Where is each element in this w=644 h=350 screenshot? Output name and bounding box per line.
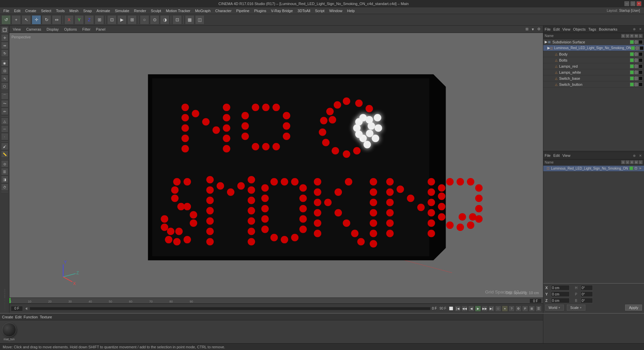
- coord-z-input[interactable]: [551, 298, 570, 303]
- toolbar-rotate[interactable]: ↻: [42, 15, 51, 25]
- tool-polygon[interactable]: △: [1, 117, 8, 125]
- vp-expand-icon[interactable]: ⊞: [524, 27, 529, 32]
- tool-rect-selection[interactable]: ⊡: [1, 67, 8, 74]
- menu-pipeline[interactable]: Pipeline: [234, 8, 251, 13]
- menu-character[interactable]: Character: [213, 8, 233, 13]
- toolbar-axis-x[interactable]: X: [64, 15, 74, 25]
- current-frame-input[interactable]: [529, 299, 542, 303]
- toolbar-axis-z[interactable]: Z: [85, 15, 94, 25]
- tool-point[interactable]: ·: [1, 133, 8, 140]
- obj-tab-tags[interactable]: Tags: [588, 27, 596, 31]
- tool-scene[interactable]: ⊙: [1, 160, 8, 168]
- menu-vray[interactable]: V-Ray Bridge: [269, 8, 295, 13]
- attr-icon-add[interactable]: ⊕: [632, 153, 637, 158]
- toolbar-render-region[interactable]: ⊡: [107, 15, 117, 25]
- menu-tools[interactable]: Tools: [54, 8, 67, 13]
- menu-snap[interactable]: Snap: [81, 8, 94, 13]
- menu-plugins[interactable]: Plugins: [252, 8, 268, 13]
- menu-mograph[interactable]: MoGraph: [193, 8, 213, 13]
- toolbar-move[interactable]: ✛: [32, 15, 41, 25]
- coord-b-input[interactable]: [581, 298, 593, 303]
- toolbar-select[interactable]: ↖: [22, 15, 31, 25]
- loop-btn[interactable]: ?: [509, 306, 515, 312]
- close-button[interactable]: ✕: [637, 1, 641, 6]
- coord-h-input[interactable]: [581, 285, 593, 290]
- tool-move[interactable]: ✛: [1, 34, 8, 41]
- mat-tab-function[interactable]: Function: [24, 315, 38, 319]
- tool-paint[interactable]: 🖌: [1, 143, 8, 150]
- apply-button[interactable]: Apply: [625, 305, 642, 311]
- obj-switch-base[interactable]: △ Switch_base: [543, 75, 644, 81]
- playback-settings[interactable]: ⚙: [515, 306, 521, 312]
- toolbar-add[interactable]: +: [11, 15, 21, 25]
- menu-3dtoall[interactable]: 3DToAll: [295, 8, 312, 13]
- scale-dropdown[interactable]: Scale ▼: [567, 305, 585, 311]
- vp-tab-display[interactable]: Display: [44, 27, 61, 32]
- menu-motiontracker[interactable]: Motion Tracker: [164, 8, 192, 13]
- obj-tab-bookmarks[interactable]: Bookmarks: [599, 27, 617, 31]
- record-btn[interactable]: ⊙: [495, 306, 501, 312]
- vp-tab-panel[interactable]: Panel: [94, 27, 107, 32]
- attr-tab-view[interactable]: View: [562, 153, 571, 158]
- obj-tab-file[interactable]: File: [545, 27, 551, 31]
- obj-bolts[interactable]: △ Bolts: [543, 57, 644, 63]
- obj-lamps-red[interactable]: △ Lamps_red: [543, 63, 644, 69]
- toolbar-scene[interactable]: ⊙: [150, 15, 159, 25]
- timeline-mode[interactable]: P: [522, 306, 528, 312]
- toolbar-material[interactable]: ◫: [195, 15, 204, 25]
- tool-edge[interactable]: ─: [1, 125, 8, 133]
- tool-spline[interactable]: 〜: [1, 100, 8, 107]
- menu-animate[interactable]: Animate: [95, 8, 112, 13]
- tool-lasso[interactable]: ∿: [1, 75, 8, 82]
- attr-selected-obj[interactable]: ◫ Luminous_Red_LED_Light_Sign_No_Smoking…: [543, 166, 644, 172]
- menu-edit[interactable]: Edit: [12, 8, 23, 13]
- world-dropdown[interactable]: World ▼: [545, 305, 564, 311]
- tool-pen[interactable]: ✏: [1, 108, 8, 115]
- coord-p-input[interactable]: [581, 291, 593, 297]
- vp-tab-filter[interactable]: Filter: [80, 27, 92, 32]
- obj-switch-button[interactable]: △ Switch_button: [543, 81, 644, 88]
- play-forward-btn[interactable]: ▶: [475, 306, 481, 312]
- attr-tab-file[interactable]: File: [545, 153, 551, 158]
- coord-x-input[interactable]: [551, 285, 570, 290]
- menu-script[interactable]: Script: [313, 8, 326, 13]
- tool-scale[interactable]: ⇔: [1, 42, 8, 49]
- tool-curve[interactable]: ⌒: [1, 92, 8, 100]
- toolbar-tex-tag[interactable]: ▦: [185, 15, 194, 25]
- attr-icon-close[interactable]: ✕: [638, 153, 643, 158]
- toolbar-render-to[interactable]: ⊞: [127, 15, 137, 25]
- menu-render[interactable]: Render: [132, 8, 148, 13]
- obj-tab-edit[interactable]: Edit: [553, 27, 560, 31]
- timeline-list[interactable]: ☰: [536, 306, 542, 312]
- timeline-track[interactable]: [30, 307, 430, 310]
- obj-icon-add[interactable]: ⊕: [632, 27, 637, 32]
- obj-icon-close[interactable]: ✕: [638, 27, 643, 32]
- skip-to-end-btn[interactable]: ▶|: [488, 306, 494, 312]
- menu-sculpt[interactable]: Sculpt: [149, 8, 163, 13]
- menu-select[interactable]: Select: [39, 8, 54, 13]
- tool-measure[interactable]: 📏: [1, 150, 8, 158]
- timeline-extra[interactable]: ⊞: [529, 306, 535, 312]
- step-back-btn[interactable]: ◀◀: [461, 306, 468, 312]
- mat-tab-texture[interactable]: Texture: [40, 315, 52, 319]
- toolbar-light[interactable]: ◑: [160, 15, 169, 25]
- menu-mesh[interactable]: Mesh: [67, 8, 80, 13]
- toolbar-render[interactable]: ▶: [117, 15, 127, 25]
- vp-tab-cameras[interactable]: Cameras: [24, 27, 43, 32]
- step-forward-slow[interactable]: ◀: [468, 306, 474, 312]
- obj-subdivision-surface[interactable]: ▶ ⊞ Subdivision Surface: [543, 39, 644, 45]
- menu-file[interactable]: File: [1, 8, 11, 13]
- tool-rotate[interactable]: ↻: [1, 49, 8, 57]
- tool-live-selection[interactable]: ◉: [1, 59, 8, 67]
- step-forward-btn[interactable]: ▶▶: [482, 306, 488, 312]
- skip-to-start-btn[interactable]: |◀: [455, 306, 461, 312]
- tool-poly-selection[interactable]: ⬡: [1, 82, 8, 90]
- obj-body[interactable]: △ Body: [543, 51, 644, 57]
- mat-tab-create[interactable]: Create: [2, 315, 13, 319]
- auto-key-btn[interactable]: ●: [502, 306, 508, 312]
- obj-tab-view[interactable]: View: [562, 27, 571, 31]
- menu-create[interactable]: Create: [23, 8, 38, 13]
- vp-tab-view[interactable]: View: [11, 27, 23, 32]
- mat-tab-edit[interactable]: Edit: [15, 315, 22, 319]
- coord-y-input[interactable]: [551, 291, 570, 297]
